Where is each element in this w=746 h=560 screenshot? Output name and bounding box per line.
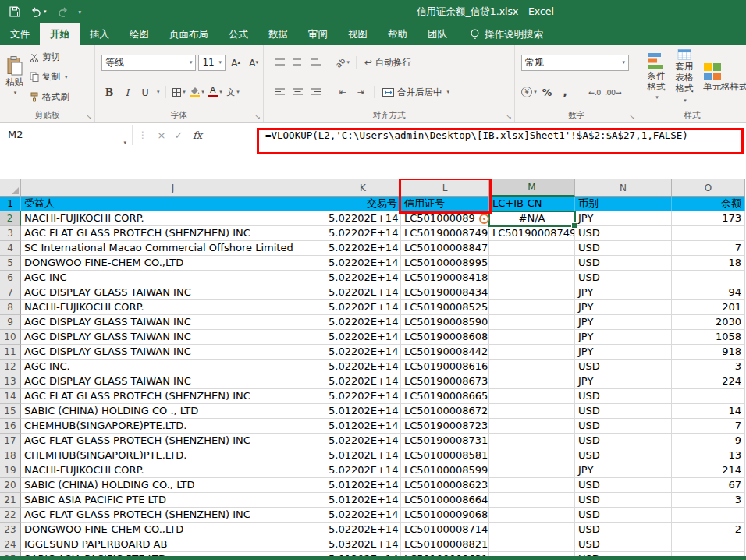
cell-O19[interactable]: 214 [672,463,745,478]
cell-N5[interactable]: USD [575,256,672,271]
cell-L17[interactable]: LC50190008731 [401,434,489,448]
cell-L18[interactable]: LC50100008581 [401,448,489,463]
row-header-12[interactable]: 12 [0,360,21,374]
cell-M9[interactable] [489,315,575,330]
merge-center-button[interactable]: 合并后居中 ▾ [380,83,452,101]
cell-M12[interactable] [489,360,575,374]
cell-M17[interactable] [489,434,575,448]
cell-O15[interactable]: 14 [672,404,745,419]
cell-N17[interactable]: USD [575,434,672,448]
cell-N2[interactable]: JPY [575,211,672,226]
row-header-19[interactable]: 19 [0,463,21,478]
cell-J14[interactable]: AGC FLAT GLASS PROTECH (SHENZHEN) INC [21,389,325,404]
cell-N10[interactable]: JPY [575,330,672,345]
row-header-21[interactable]: 21 [0,493,21,508]
cell-L14[interactable]: LC50190008665 [401,389,489,404]
row-header-13[interactable]: 13 [0,374,21,389]
cell-N13[interactable]: JPY [575,374,672,389]
cell-M7[interactable] [489,285,575,300]
cell-K11[interactable]: 5.02202E+14 [325,345,401,360]
cell-L13[interactable]: LC50190008673 [401,374,489,389]
row-header-9[interactable]: 9 [0,315,21,330]
cell-O17[interactable]: 9 [672,434,745,448]
ribbon-tab-2[interactable]: 开始 [40,23,80,45]
cell-K20[interactable]: 5.01202E+14 [325,478,401,493]
cell-K7[interactable]: 5.02202E+14 [325,285,401,300]
cell-N20[interactable]: USD [575,478,672,493]
cell-K23[interactable]: 5.02202E+14 [325,523,401,537]
row-header-22[interactable]: 22 [0,508,21,523]
cell-J22[interactable]: AGC FLAT GLASS PROTECH (SHENZHEN) INC [21,508,325,523]
align-center-button[interactable] [290,84,305,101]
cell-O1[interactable]: 余额 [672,197,745,211]
borders-button[interactable]: ▾ [172,84,187,101]
paste-button[interactable]: 粘贴 ▾ [2,48,27,107]
cell-K19[interactable]: 5.02202E+14 [325,463,401,478]
grow-font-button[interactable]: A▴ [228,55,243,71]
cut-button[interactable]: 剪切 [27,49,72,66]
cell-N7[interactable]: JPY [575,285,672,300]
cell-O20[interactable]: 67 [672,478,745,493]
cell-N4[interactable]: USD [575,241,672,256]
cell-N23[interactable]: USD [575,523,672,537]
row-header-5[interactable]: 5 [0,256,21,271]
cell-K9[interactable]: 5.02202E+14 [325,315,401,330]
cell-M22[interactable] [489,508,575,523]
cell-J7[interactable]: AGC DISPLAY GLASS TAIWAN INC [21,285,325,300]
wrap-text-button[interactable]: ↩ 自动换行 [362,54,414,71]
cell-M21[interactable] [489,493,575,508]
cell-J6[interactable]: AGC INC [21,271,325,285]
cell-K16[interactable]: 5.01202E+14 [325,419,401,434]
font-name-combo[interactable]: 等线 ▾ [101,55,196,71]
cell-O24[interactable] [672,537,745,552]
cell-J15[interactable]: SABIC (CHINA) HOLDING CO ., LTD [21,404,325,419]
formula-input[interactable]: =VLOOKUP(L2,'C:\Users\admin\Desktop\[IB.… [265,129,688,141]
cell-K18[interactable]: 5.01202E+14 [325,448,401,463]
ribbon-tab-6[interactable]: 公式 [218,23,258,45]
cell-J21[interactable]: SABIC ASIA PACIFIC PTE LTD [21,493,325,508]
conditional-formatting-button[interactable]: 条件格式 ▾ [643,48,670,107]
cell-M5[interactable] [489,256,575,271]
cell-O23[interactable]: 2 [672,523,745,537]
ribbon-tab-10[interactable]: 帮助 [378,23,417,45]
cell-O8[interactable]: 201 [672,300,745,315]
comma-style-button[interactable]: , [557,84,573,101]
cell-M19[interactable] [489,463,575,478]
cell-N15[interactable]: USD [575,404,672,419]
cell-J10[interactable]: AGC DISPLAY GLASS TAIWAN INC [21,330,325,345]
cell-K21[interactable]: 5.01202E+14 [325,493,401,508]
cell-O10[interactable]: 1058 [672,330,745,345]
ribbon-tab-3[interactable]: 插入 [80,23,119,45]
ribbon-tab-1[interactable]: 文件 [0,23,40,45]
cell-K1[interactable]: 交易号 [325,197,401,211]
save-button[interactable] [9,6,20,17]
row-header-20[interactable]: 20 [0,478,21,493]
cell-M4[interactable] [489,241,575,256]
cell-K4[interactable]: 5.02202E+14 [325,241,401,256]
cell-M15[interactable] [489,404,575,419]
cell-L10[interactable]: LC50190008608 [401,330,489,345]
number-format-combo[interactable]: 常规 ▾ [521,55,629,71]
formula-bar-grip-icon[interactable]: ⋮ [133,129,153,140]
cell-L2[interactable]: LC501000089 [401,211,489,226]
cell-K15[interactable]: 5.01202E+14 [325,404,401,419]
ribbon-tab-7[interactable]: 数据 [258,23,298,45]
cell-M14[interactable] [489,389,575,404]
cell-O21[interactable]: 3 [672,493,745,508]
cell-M10[interactable] [489,330,575,345]
row-header-17[interactable]: 17 [0,434,21,448]
cell-O2[interactable]: 173 [672,211,745,226]
cell-styles-button[interactable]: 单元格样式 [699,48,746,107]
insert-function-button[interactable]: fx [187,129,208,141]
cell-N24[interactable]: USD [575,537,672,552]
cell-O5[interactable]: 18 [672,256,745,271]
cell-N9[interactable]: JPY [575,315,672,330]
select-all-button[interactable] [0,179,21,197]
cell-K13[interactable]: 5.02202E+14 [325,374,401,389]
row-header-15[interactable]: 15 [0,404,21,419]
clipboard-dialog-launcher[interactable]: ↘ [86,114,92,121]
accounting-format-button[interactable]: ¥▾ [521,84,537,101]
cell-L1[interactable]: 信用证号 [401,197,489,211]
cell-N1[interactable]: 币别 [575,197,672,211]
cell-K8[interactable]: 5.02202E+14 [325,300,401,315]
